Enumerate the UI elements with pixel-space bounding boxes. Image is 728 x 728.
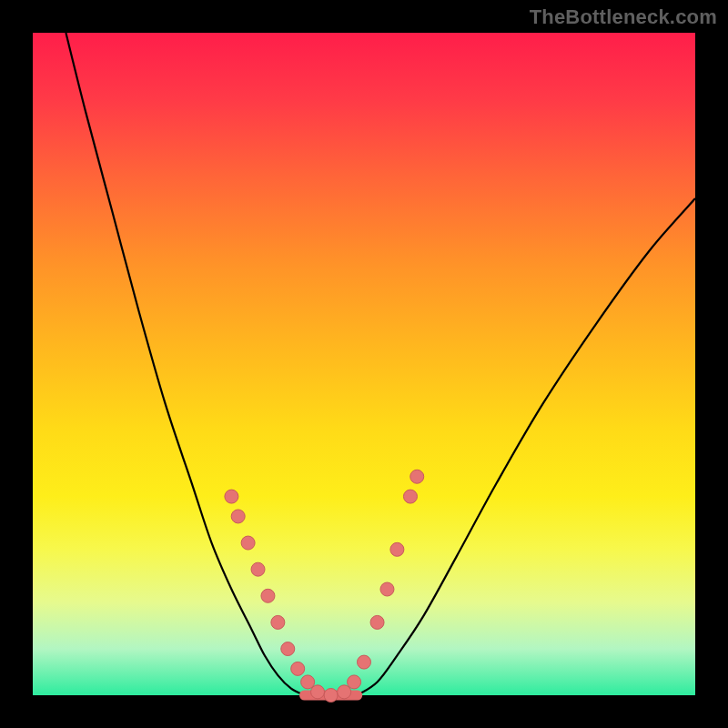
data-marker (231, 510, 245, 523)
data-marker (358, 655, 371, 669)
data-marker (281, 642, 295, 656)
data-marker (338, 685, 351, 699)
right-curve (358, 198, 695, 695)
data-marker (390, 542, 404, 556)
data-marker (348, 675, 361, 689)
data-marker (241, 536, 255, 550)
watermark-text: TheBottleneck.com (530, 5, 717, 29)
data-marker (291, 662, 305, 675)
data-marker (225, 490, 238, 503)
data-marker (311, 685, 325, 699)
data-marker (370, 615, 384, 629)
plot-area (33, 33, 695, 695)
data-marker (251, 562, 265, 576)
data-marker (301, 675, 315, 689)
chart-frame: TheBottleneck.com (0, 0, 728, 728)
chart-svg (33, 33, 695, 695)
data-markers (225, 470, 424, 702)
data-marker (410, 470, 424, 483)
data-marker (261, 589, 275, 602)
data-marker (403, 490, 417, 503)
data-marker (380, 582, 394, 596)
data-marker (324, 689, 338, 703)
data-marker (271, 615, 285, 629)
